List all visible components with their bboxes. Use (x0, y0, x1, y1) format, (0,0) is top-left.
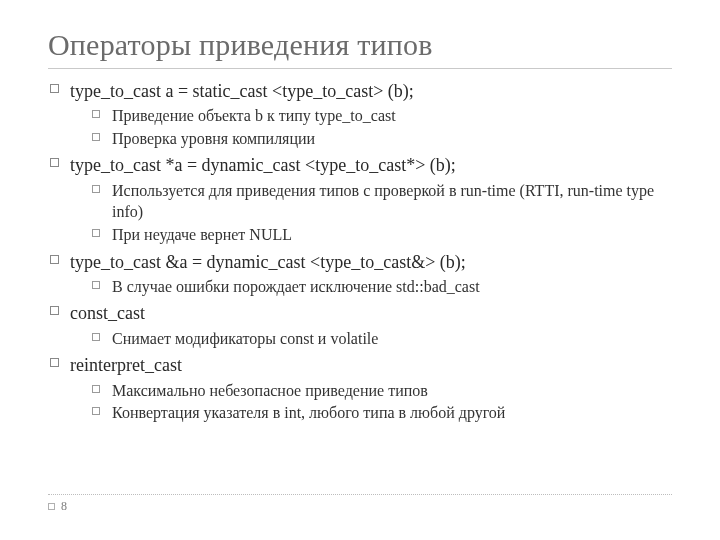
slide-title: Операторы приведения типов (48, 28, 672, 62)
sub-list: В случае ошибки порождает исключение std… (70, 276, 672, 298)
sub-list-item: В случае ошибки порождает исключение std… (92, 276, 672, 298)
sub-list-item: Конвертация указателя в int, любого типа… (92, 402, 672, 424)
sub-list-item: Приведение объекта b к типу type_to_cast (92, 105, 672, 127)
sub-list-item: Снимает модификаторы const и volatile (92, 328, 672, 350)
content-list: type_to_cast a = static_cast <type_to_ca… (48, 79, 672, 424)
list-item: type_to_cast a = static_cast <type_to_ca… (48, 79, 672, 149)
sub-list-item: Проверка уровня компиляции (92, 128, 672, 150)
list-item-text: type_to_cast &a = dynamic_cast <type_to_… (70, 252, 466, 272)
page-number: 8 (48, 499, 672, 514)
list-item: type_to_cast *a = dynamic_cast <type_to_… (48, 153, 672, 245)
list-item: type_to_cast &a = dynamic_cast <type_to_… (48, 250, 672, 298)
sub-list: Используется для приведения типов с пров… (70, 180, 672, 246)
sub-list: Максимально небезопасное приведение типо… (70, 380, 672, 424)
slide: Операторы приведения типов type_to_cast … (0, 0, 720, 540)
footer-rule (48, 494, 672, 495)
list-item-text: type_to_cast a = static_cast <type_to_ca… (70, 81, 414, 101)
list-item: const_cast Снимает модификаторы const и … (48, 301, 672, 349)
list-item-text: type_to_cast *a = dynamic_cast <type_to_… (70, 155, 456, 175)
page-number-text: 8 (61, 499, 67, 514)
sub-list: Снимает модификаторы const и volatile (70, 328, 672, 350)
list-item-text: const_cast (70, 303, 145, 323)
sub-list: Приведение объекта b к типу type_to_cast… (70, 105, 672, 149)
list-item-text: reinterpret_cast (70, 355, 182, 375)
sub-list-item: При неудаче вернет NULL (92, 224, 672, 246)
slide-footer: 8 (48, 494, 672, 514)
sub-list-item: Максимально небезопасное приведение типо… (92, 380, 672, 402)
page-bullet-icon (48, 503, 55, 510)
sub-list-item: Используется для приведения типов с пров… (92, 180, 672, 223)
title-rule (48, 68, 672, 69)
list-item: reinterpret_cast Максимально небезопасно… (48, 353, 672, 423)
